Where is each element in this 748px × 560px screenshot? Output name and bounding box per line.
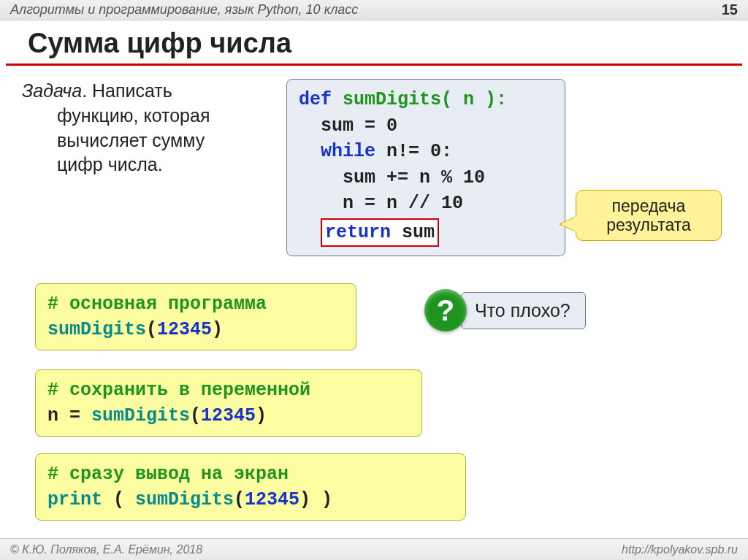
- task-label: Задача: [22, 80, 82, 101]
- code-function-def: def sumDigits( n ): sum = 0 while n!= 0:…: [286, 79, 565, 256]
- question-block: ? Что плохо?: [424, 289, 586, 331]
- page-number: 15: [722, 1, 738, 18]
- return-highlight: return sum: [321, 218, 439, 248]
- code-example-3: # сразу вывод на экран print ( sumDigits…: [35, 453, 466, 521]
- slide-header: Алгоритмы и программирование, язык Pytho…: [0, 0, 748, 20]
- question-icon: ?: [424, 289, 467, 331]
- question-text: Что плохо?: [461, 292, 586, 329]
- code-example-2: # сохранить в переменной n = sumDigits(1…: [35, 369, 422, 437]
- callout-result: передача результата: [576, 190, 722, 241]
- footer-copyright: © К.Ю. Поляков, Е.А. Ерёмин, 2018: [10, 543, 202, 556]
- task-text: Задача. Написать функцию, которая вычисл…: [22, 79, 270, 177]
- slide-title: Сумма цифр числа: [6, 20, 742, 66]
- slide-footer: © К.Ю. Поляков, Е.А. Ерёмин, 2018 http:/…: [0, 538, 748, 560]
- header-subject: Алгоритмы и программирование, язык Pytho…: [10, 2, 358, 18]
- footer-url: http://kpolyakov.spb.ru: [622, 543, 738, 556]
- code-example-1: # основная программа sumDigits(12345): [35, 283, 356, 350]
